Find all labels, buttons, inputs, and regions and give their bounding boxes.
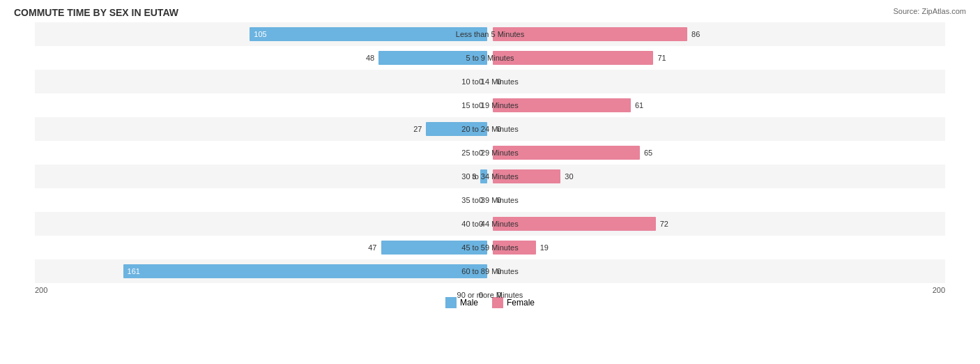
left-section: 0 [35, 101, 490, 109]
right-section: 71 [490, 51, 945, 65]
row-label: 15 to 19 Minutes [441, 101, 539, 109]
bar-row: 0 10 to 14 Minutes 0 [35, 70, 945, 93]
right-section: 0 [490, 77, 945, 86]
bar-row: 0 25 to 29 Minutes 65 [35, 141, 945, 165]
right-section: 86 [490, 27, 945, 41]
right-section: 19 [490, 241, 945, 255]
female-legend-label: Female [507, 298, 535, 308]
right-section: 61 [490, 98, 945, 112]
male-bar: 161 [123, 264, 487, 278]
row-label: 30 to 34 Minutes [441, 172, 539, 181]
row-label: 5 to 9 Minutes [441, 54, 539, 62]
axis-right-label: 200 [933, 286, 945, 294]
left-section: 0 [35, 149, 490, 157]
right-section: 0 [490, 267, 945, 275]
bar-row: 0 15 to 19 Minutes 61 [35, 93, 945, 117]
rows-container: 105 Less than 5 Minutes 86 48 5 to 9 Min… [35, 22, 945, 289]
female-value: 86 [691, 30, 700, 38]
row-label: 90 or more Minutes [441, 291, 539, 299]
female-value: 30 [565, 172, 573, 181]
male-value: 48 [366, 54, 374, 62]
right-section: 0 [490, 196, 945, 204]
left-section: 0 [35, 220, 490, 228]
male-value: 105 [254, 30, 266, 38]
male-value: 47 [368, 243, 376, 252]
male-value: 161 [128, 267, 140, 275]
female-value: 61 [635, 101, 643, 109]
male-value: 27 [413, 125, 422, 133]
row-label: 10 to 14 Minutes [441, 77, 539, 86]
left-section: 0 [35, 196, 490, 204]
right-section: 72 [490, 217, 945, 231]
right-section: 65 [490, 146, 945, 160]
bar-row: 47 45 to 59 Minutes 19 [35, 236, 945, 259]
row-label: 25 to 29 Minutes [441, 149, 539, 157]
left-section: 47 [35, 241, 490, 255]
row-label: Less than 5 Minutes [441, 30, 539, 38]
left-section: 3 [35, 169, 490, 183]
female-value: 71 [657, 54, 666, 62]
row-label: 45 to 59 Minutes [441, 243, 539, 252]
left-section: 48 [35, 51, 490, 65]
bar-row: 105 Less than 5 Minutes 86 [35, 22, 945, 46]
bar-row: 161 60 to 89 Minutes 0 [35, 259, 945, 283]
bar-row: 0 35 to 39 Minutes 0 [35, 188, 945, 212]
left-section: 105 [35, 27, 490, 41]
female-value: 19 [540, 243, 549, 252]
row-label: 60 to 89 Minutes [441, 267, 539, 275]
bar-row: 3 30 to 34 Minutes 30 [35, 165, 945, 188]
left-section: 0 [35, 77, 490, 86]
bar-row: 48 5 to 9 Minutes 71 [35, 46, 945, 70]
axis-left-label: 200 [35, 286, 47, 294]
right-section: 0 [490, 125, 945, 133]
right-section: 30 [490, 169, 945, 183]
bar-row: 0 40 to 44 Minutes 72 [35, 212, 945, 236]
source-text: Source: ZipAtlas.com [893, 7, 966, 15]
female-value: 65 [644, 149, 652, 157]
chart-container: COMMUTE TIME BY SEX IN EUTAW Source: Zip… [0, 0, 980, 364]
male-legend-label: Male [460, 298, 478, 308]
chart-title: COMMUTE TIME BY SEX IN EUTAW [14, 7, 966, 18]
left-section: 161 [35, 264, 490, 278]
female-value: 72 [660, 220, 668, 228]
row-label: 35 to 39 Minutes [441, 196, 539, 204]
row-label: 20 to 24 Minutes [441, 125, 539, 133]
row-label: 40 to 44 Minutes [441, 220, 539, 228]
chart-area: 105 Less than 5 Minutes 86 48 5 to 9 Min… [14, 22, 966, 310]
bar-row: 27 20 to 24 Minutes 0 [35, 117, 945, 141]
left-section: 27 [35, 122, 490, 136]
